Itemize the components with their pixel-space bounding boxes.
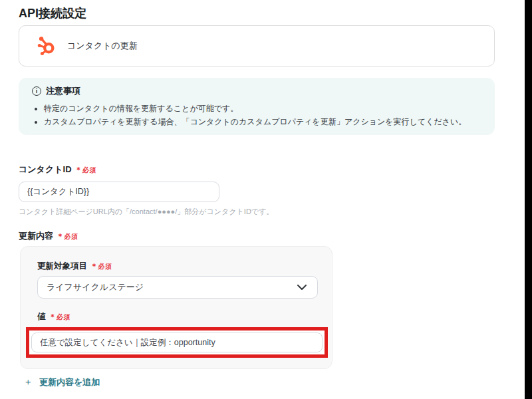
notice-box: i 注意事項 特定のコンタクトの情報を更新することが可能です。 カスタムプロパテ… [19,78,495,135]
plus-icon: ＋ [23,376,33,388]
contact-id-helper-text: コンタクト詳細ページURL内の「/contact/●●●●/」部分がコンタクトI… [19,207,298,217]
add-update-content-label: 更新内容を追加 [39,376,100,388]
target-field-select[interactable]: ライフサイクルステージ [37,276,318,299]
target-field-selected-value: ライフサイクルステージ [47,281,144,293]
required-badge: ＊必須 [90,261,112,271]
value-input[interactable] [31,332,323,352]
action-card[interactable]: コンタクトの更新 [19,25,495,66]
chevron-down-icon [297,285,307,290]
value-field-label: 値 [37,311,46,323]
notice-title: 注意事項 [46,85,80,97]
required-badge: ＊必須 [49,312,71,322]
contact-id-field-block: コンタクトID ＊必須 コンタクト詳細ページURL内の「/contact/●●●… [19,164,298,217]
notice-item: カスタムプロパティを更新する場合、「コンタクトのカスタムプロパティを更新」アクシ… [44,115,481,128]
right-crop-strip [525,0,532,399]
page-title: API接続設定 [19,5,86,21]
notice-list: 特定のコンタクトの情報を更新することが可能です。 カスタムプロパティを更新する場… [33,102,481,129]
hubspot-icon [37,36,57,56]
value-field-label-row: 値 ＊必須 [37,311,70,323]
highlight-annotation [26,327,328,358]
notice-header: i 注意事項 [32,85,481,97]
update-section-label-row: 更新内容 ＊必須 [19,230,78,242]
action-card-label: コンタクトの更新 [67,40,138,52]
required-badge: ＊必須 [75,165,97,175]
info-icon: i [32,86,41,96]
update-section-label: 更新内容 [19,230,53,242]
update-content-panel: 更新対象項目 ＊必須 ライフサイクルステージ 値 ＊必須 [20,246,332,369]
target-field-label: 更新対象項目 [37,261,87,272]
contact-id-input[interactable] [19,182,219,202]
contact-id-label: コンタクトID [19,164,72,176]
required-badge: ＊必須 [57,231,78,241]
add-update-content-link[interactable]: ＋ 更新内容を追加 [23,376,100,388]
notice-item: 特定のコンタクトの情報を更新することが可能です。 [44,102,481,115]
target-field-label-row: 更新対象項目 ＊必須 [37,261,112,272]
